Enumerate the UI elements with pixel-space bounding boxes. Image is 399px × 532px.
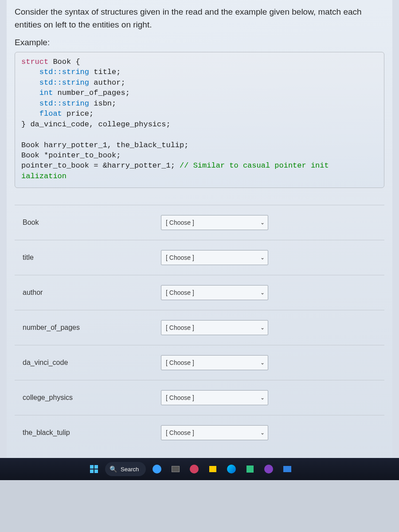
match-label: college_physics xyxy=(15,394,161,402)
code-token: Book *pointer_to_book; xyxy=(21,151,121,160)
match-label: author xyxy=(15,289,161,297)
code-token: number_of_pages; xyxy=(53,89,129,97)
match-select[interactable]: [ Choose ] xyxy=(161,425,268,440)
taskbar-app-icon[interactable] xyxy=(168,462,183,477)
search-label: Search xyxy=(121,466,139,473)
code-token: std::string xyxy=(21,68,89,76)
select-wrap: [ Choose ] ⌄ xyxy=(161,250,268,265)
start-button[interactable] xyxy=(86,462,102,477)
select-wrap: [ Choose ] ⌄ xyxy=(161,215,268,230)
code-token: author; xyxy=(89,78,125,87)
code-token: // Similar to casual pointer init xyxy=(180,161,329,170)
select-wrap: [ Choose ] ⌄ xyxy=(161,425,268,440)
match-select[interactable]: [ Choose ] xyxy=(161,390,268,405)
taskbar-app-icon[interactable] xyxy=(205,462,220,477)
search-icon: 🔍 xyxy=(110,466,117,473)
match-row: Book [ Choose ] ⌄ xyxy=(15,205,384,240)
page-background-fill xyxy=(0,480,399,532)
taskbar-search[interactable]: 🔍 Search xyxy=(105,462,146,476)
code-token: price; xyxy=(62,110,94,118)
windows-icon xyxy=(90,465,98,473)
match-select[interactable]: [ Choose ] xyxy=(161,320,268,335)
select-wrap: [ Choose ] ⌄ xyxy=(161,355,268,370)
code-token: Book harry_potter_1, the_black_tulip; xyxy=(21,141,188,149)
example-label: Example: xyxy=(15,38,384,47)
taskbar-app-icon[interactable] xyxy=(261,462,276,477)
code-token: } da_vinci_code, college_physics; xyxy=(21,120,171,129)
code-token: Book { xyxy=(48,58,80,66)
taskbar-app-icon[interactable] xyxy=(243,462,258,477)
match-select[interactable]: [ Choose ] xyxy=(161,285,268,300)
match-label: title xyxy=(15,254,161,262)
code-token xyxy=(21,110,39,118)
taskbar-app-icon[interactable] xyxy=(280,462,295,477)
match-row: the_black_tulip [ Choose ] ⌄ xyxy=(15,415,384,450)
code-token: struct xyxy=(21,58,48,66)
code-example-block: struct Book { std::string title; std::st… xyxy=(15,52,384,188)
code-token: float xyxy=(39,110,62,118)
match-row: da_vinci_code [ Choose ] ⌄ xyxy=(15,345,384,380)
match-select[interactable]: [ Choose ] xyxy=(161,215,268,230)
match-row: title [ Choose ] ⌄ xyxy=(15,240,384,275)
match-row: author [ Choose ] ⌄ xyxy=(15,275,384,310)
code-token: std::string xyxy=(21,78,89,87)
code-token: ialization xyxy=(21,172,66,180)
instructions-text: Consider the syntax of structures given … xyxy=(15,5,384,31)
code-token: int xyxy=(39,89,53,97)
code-token: std::string xyxy=(21,99,89,108)
match-select[interactable]: [ Choose ] xyxy=(161,355,268,370)
match-label: the_black_tulip xyxy=(15,429,161,437)
select-wrap: [ Choose ] ⌄ xyxy=(161,320,268,335)
windows-taskbar: 🔍 Search xyxy=(0,458,399,480)
taskbar-app-icon[interactable] xyxy=(224,462,239,477)
select-wrap: [ Choose ] ⌄ xyxy=(161,285,268,300)
code-pre: struct Book { std::string title; std::st… xyxy=(21,57,378,181)
code-token xyxy=(21,89,39,97)
match-label: Book xyxy=(15,219,161,227)
taskbar-app-icon[interactable] xyxy=(187,462,202,477)
match-row: number_of_pages [ Choose ] ⌄ xyxy=(15,310,384,345)
code-token: title; xyxy=(89,68,121,76)
match-rows-container: Book [ Choose ] ⌄ title [ Choose ] ⌄ aut… xyxy=(15,205,384,450)
code-token: pointer_to_book = &harry_potter_1; xyxy=(21,161,180,170)
match-row: college_physics [ Choose ] ⌄ xyxy=(15,380,384,415)
match-label: number_of_pages xyxy=(15,324,161,332)
quiz-page: Consider the syntax of structures given … xyxy=(7,0,392,472)
code-token: isbn; xyxy=(89,99,116,108)
match-select[interactable]: [ Choose ] xyxy=(161,250,268,265)
match-label: da_vinci_code xyxy=(15,359,161,367)
taskbar-app-icon[interactable] xyxy=(149,462,164,477)
select-wrap: [ Choose ] ⌄ xyxy=(161,390,268,405)
